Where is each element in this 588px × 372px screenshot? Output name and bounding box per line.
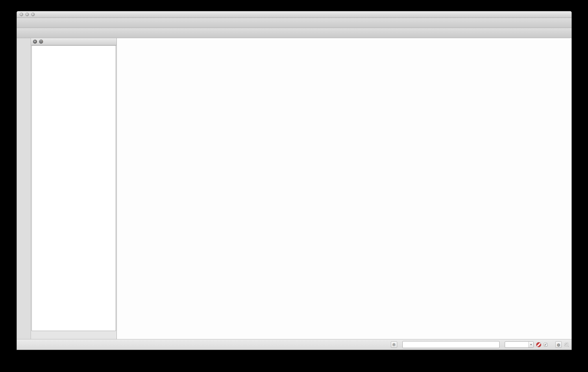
panel-close-icon[interactable]: ✕ [33, 40, 37, 44]
window-controls [17, 13, 35, 16]
resize-grip[interactable] [564, 343, 569, 347]
scale-value [505, 342, 528, 347]
zoom-window-button[interactable] [31, 13, 35, 16]
minimize-window-button[interactable] [25, 13, 29, 16]
plugin-icon[interactable]: ✇ [391, 341, 397, 348]
panel-tabs [31, 331, 117, 339]
crs-globe-icon[interactable]: ◍ [555, 341, 562, 348]
render-checkbox[interactable]: ✓ [544, 343, 548, 347]
scale-dropdown-icon[interactable]: ▼ [528, 342, 533, 347]
digitizing-label-toolbar [17, 28, 572, 38]
layers-panel-header: ✕ ❐ [31, 38, 117, 45]
map-canvas-container [117, 38, 572, 339]
close-window-button[interactable] [20, 13, 23, 16]
title-bar[interactable] [17, 11, 572, 18]
layer-tree [32, 45, 116, 331]
layers-panel: ✕ ❐ [31, 38, 117, 339]
scale-combobox[interactable]: ▼ [505, 341, 534, 348]
main-toolbar [17, 18, 572, 28]
coordinate-input[interactable] [402, 341, 500, 348]
qgis-window: ✕ ❐ ✇ ▼ ✓ ◍ [16, 11, 572, 350]
map-canvas[interactable] [117, 38, 572, 339]
manage-layers-toolbar [17, 38, 31, 339]
panel-detach-icon[interactable]: ❐ [39, 40, 43, 44]
status-bar: ✇ ▼ ✓ ◍ [17, 339, 572, 350]
stop-render-icon[interactable] [536, 342, 541, 347]
